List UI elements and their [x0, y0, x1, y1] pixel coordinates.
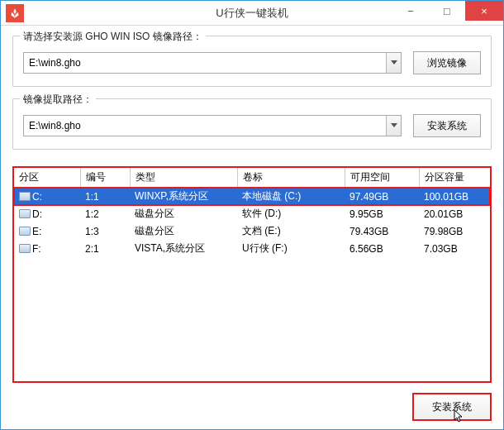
- table-cell: 1:3: [80, 222, 130, 240]
- chevron-down-icon[interactable]: [386, 116, 401, 136]
- table-cell: 2:1: [80, 240, 130, 257]
- footer: 安装系统: [12, 383, 492, 421]
- minimize-button[interactable]: −: [392, 1, 429, 21]
- window-title: U行侠一键装机: [216, 6, 288, 21]
- content-area: 请选择安装源 GHO WIN ISO 镜像路径： E:\win8.gho 浏览镜…: [1, 26, 503, 429]
- table-cell: C:: [14, 188, 80, 206]
- titlebar: U行侠一键装机 − □ ×: [1, 1, 503, 26]
- table-row[interactable]: D:1:2磁盘分区软件 (D:)9.95GB20.01GB: [14, 205, 490, 222]
- table-cell: U行侠 (F:): [237, 240, 345, 257]
- extract-path-combo[interactable]: E:\win8.gho: [23, 115, 402, 136]
- table-cell: 本地磁盘 (C:): [237, 188, 345, 206]
- install-system-button[interactable]: 安装系统: [413, 114, 481, 137]
- col-partition[interactable]: 分区: [14, 168, 80, 188]
- col-capacity[interactable]: 分区容量: [419, 168, 490, 188]
- install-main-button[interactable]: 安装系统: [412, 393, 492, 421]
- table-header: 分区 编号 类型 卷标 可用空间 分区容量: [14, 168, 490, 188]
- table-cell: 9.95GB: [345, 205, 419, 222]
- install-main-label: 安装系统: [432, 400, 472, 414]
- disk-icon: [19, 244, 31, 253]
- maximize-button[interactable]: □: [429, 1, 465, 21]
- table-cell: 磁盘分区: [130, 205, 237, 222]
- table-cell: 79.98GB: [419, 222, 490, 240]
- table-cell: 1:2: [80, 205, 130, 222]
- window-controls: − □ ×: [392, 1, 503, 25]
- extract-group: 镜像提取路径： E:\win8.gho 安装系统: [12, 98, 492, 150]
- browse-image-button[interactable]: 浏览镜像: [413, 51, 481, 74]
- table-cell: 100.01GB: [419, 188, 490, 206]
- col-label[interactable]: 卷标: [237, 168, 345, 188]
- table-row[interactable]: E:1:3磁盘分区文档 (E:)79.43GB79.98GB: [14, 222, 490, 240]
- table-row[interactable]: C:1:1WINXP,系统分区本地磁盘 (C:)97.49GB100.01GB: [14, 188, 490, 206]
- table-cell: WINXP,系统分区: [130, 188, 237, 206]
- table-cell: 7.03GB: [419, 240, 490, 257]
- col-number[interactable]: 编号: [80, 168, 130, 188]
- source-group: 请选择安装源 GHO WIN ISO 镜像路径： E:\win8.gho 浏览镜…: [12, 36, 492, 87]
- table-row[interactable]: F:2:1VISTA,系统分区U行侠 (F:)6.56GB7.03GB: [14, 240, 490, 257]
- table-cell: 97.49GB: [345, 188, 419, 206]
- app-icon: [6, 4, 24, 22]
- col-type[interactable]: 类型: [130, 168, 237, 188]
- source-label: 请选择安装源 GHO WIN ISO 镜像路径：: [20, 30, 206, 44]
- source-path-value: E:\win8.gho: [29, 57, 81, 69]
- table-cell: 文档 (E:): [237, 222, 345, 240]
- partition-table-wrap: 分区 编号 类型 卷标 可用空间 分区容量 C:1:1WINXP,系统分区本地磁…: [12, 166, 492, 383]
- table-cell: 20.01GB: [419, 205, 490, 222]
- table-cell: 软件 (D:): [237, 205, 345, 222]
- table-cell: VISTA,系统分区: [130, 240, 237, 257]
- chevron-down-icon[interactable]: [386, 53, 401, 73]
- disk-icon: [19, 209, 31, 218]
- table-cell: 磁盘分区: [130, 222, 237, 240]
- col-free[interactable]: 可用空间: [345, 168, 419, 188]
- table-cell: 6.56GB: [345, 240, 419, 257]
- table-cell: E:: [14, 222, 80, 240]
- extract-label: 镜像提取路径：: [20, 93, 96, 107]
- source-path-combo[interactable]: E:\win8.gho: [23, 52, 402, 74]
- extract-path-value: E:\win8.gho: [29, 120, 81, 131]
- table-cell: F:: [14, 240, 80, 257]
- disk-icon: [19, 227, 31, 236]
- close-button[interactable]: ×: [465, 1, 503, 21]
- partition-table[interactable]: 分区 编号 类型 卷标 可用空间 分区容量 C:1:1WINXP,系统分区本地磁…: [14, 168, 490, 257]
- disk-icon: [19, 192, 31, 201]
- table-cell: D:: [14, 205, 80, 222]
- table-cell: 79.43GB: [345, 222, 419, 240]
- table-cell: 1:1: [80, 188, 130, 206]
- app-window: U行侠一键装机 − □ × 请选择安装源 GHO WIN ISO 镜像路径： E…: [0, 0, 504, 430]
